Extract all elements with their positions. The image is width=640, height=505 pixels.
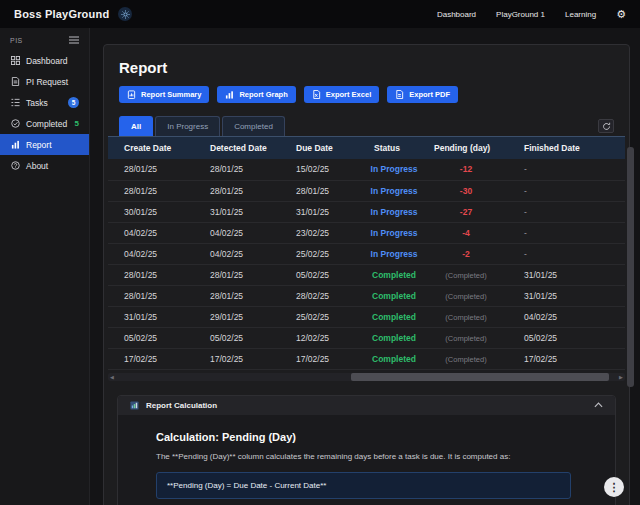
tab-in-progress[interactable]: In Progress [155, 116, 220, 136]
horizontal-scrollbar-thumb[interactable] [351, 373, 610, 381]
scroll-left-arrow[interactable]: ◀ [108, 373, 116, 381]
sidebar-badge: 5 [75, 119, 79, 128]
sidebar-item-about[interactable]: About [0, 155, 89, 176]
cell-detected-date: 28/01/25 [194, 180, 280, 201]
cell-finished-date: 17/02/25 [508, 348, 625, 369]
table-row: 17/02/2517/02/2517/02/25Completed(Comple… [108, 348, 625, 369]
cell-finished-date: - [508, 180, 625, 201]
sidebar-item-completed[interactable]: Completed5 [0, 113, 89, 134]
status-badge: In Progress [371, 228, 418, 238]
table-row: 28/01/2528/01/2515/02/25In Progress-12- [108, 159, 625, 180]
cell-status: Completed [364, 285, 424, 306]
cell-status: In Progress [364, 243, 424, 264]
cell-due-date: 28/01/25 [280, 180, 364, 201]
report-calculation-body: Calculation: Pending (Day) The **Pending… [118, 415, 615, 505]
export-pdf-button[interactable]: Export PDF [387, 86, 458, 103]
report-calculation-header[interactable]: Report Calculation [118, 396, 615, 415]
pdf-file-icon [395, 90, 404, 99]
cell-detected-date: 17/02/25 [194, 348, 280, 369]
status-badge: Completed [372, 270, 416, 280]
cell-due-date: 17/02/25 [280, 348, 364, 369]
cell-finished-date: 31/01/25 [508, 264, 625, 285]
cell-status: Completed [364, 306, 424, 327]
sidebar-menu: DashboardPI RequestTasks5Completed5Repor… [0, 50, 89, 176]
cell-create-date: 31/01/25 [108, 306, 194, 327]
cell-create-date: 28/01/25 [108, 159, 194, 180]
report-graph-button[interactable]: Report Graph [217, 86, 295, 103]
report-actions: Report SummaryReport GraphExport ExcelEx… [119, 86, 616, 103]
top-nav-link-learning[interactable]: Learning [565, 10, 596, 19]
table-row: 30/01/2531/01/2531/01/25In Progress-27- [108, 201, 625, 222]
cell-pending-days: -12 [424, 159, 508, 180]
pending-formula: **Pending (Day) = Due Date - Current Dat… [156, 472, 571, 499]
refresh-icon[interactable] [598, 119, 614, 133]
report-calc-icon [130, 401, 139, 410]
cell-detected-date: 31/01/25 [194, 201, 280, 222]
list-icon [10, 98, 20, 107]
cell-status: In Progress [364, 201, 424, 222]
pending-value: (Completed) [445, 313, 486, 322]
cell-pending-days: (Completed) [424, 348, 508, 369]
column-header-detected-date: Detected Date [194, 137, 280, 160]
top-nav-link-dashboard[interactable]: Dashboard [437, 10, 476, 19]
table-row: 31/01/2529/01/2525/02/25Completed(Comple… [108, 306, 625, 327]
cell-due-date: 23/02/25 [280, 222, 364, 243]
cell-detected-date: 05/02/25 [194, 327, 280, 348]
cell-due-date: 31/01/25 [280, 201, 364, 222]
calculation-paragraph-1: The **Pending (Day)** column calculates … [156, 451, 571, 463]
calculation-heading: Calculation: Pending (Day) [156, 431, 571, 443]
cell-status: In Progress [364, 222, 424, 243]
scroll-right-arrow[interactable]: ▶ [617, 373, 625, 381]
pending-value: -4 [462, 228, 470, 238]
table-row: 05/02/2505/02/2512/02/25Completed(Comple… [108, 327, 625, 348]
status-badge: In Progress [371, 186, 418, 196]
tab-all[interactable]: All [119, 116, 153, 136]
sidebar-item-tasks[interactable]: Tasks5 [0, 92, 89, 113]
tab-completed[interactable]: Completed [222, 116, 285, 136]
cell-due-date: 12/02/25 [280, 327, 364, 348]
top-nav-link-playground-1[interactable]: PlayGround 1 [496, 10, 545, 19]
vertical-scrollbar-thumb[interactable] [627, 147, 634, 387]
cell-pending-days: (Completed) [424, 264, 508, 285]
sidebar-item-pi-request[interactable]: PI Request [0, 71, 89, 92]
cell-due-date: 25/02/25 [280, 306, 364, 327]
status-badge: In Progress [371, 164, 418, 174]
table-row: 28/01/2528/01/2505/02/25Completed(Comple… [108, 264, 625, 285]
cell-status: In Progress [364, 159, 424, 180]
app-title: Boss PlayGround [14, 8, 109, 20]
cell-detected-date: 29/01/25 [194, 306, 280, 327]
sun-icon[interactable] [118, 7, 132, 21]
cell-create-date: 28/01/25 [108, 285, 194, 306]
sidebar-item-dashboard[interactable]: Dashboard [0, 50, 89, 71]
cell-pending-days: -4 [424, 222, 508, 243]
top-bar: Boss PlayGround DashboardPlayGround 1Lea… [0, 0, 640, 28]
status-badge: In Progress [371, 207, 418, 217]
sidebar-item-label: About [26, 161, 48, 171]
floating-menu-button[interactable]: ⋮ [604, 477, 624, 497]
hamburger-icon[interactable] [69, 36, 79, 44]
cell-status: Completed [364, 264, 424, 285]
report-card: Report Report SummaryReport GraphExport … [103, 44, 630, 505]
cell-finished-date: - [508, 243, 625, 264]
cell-create-date: 28/01/25 [108, 264, 194, 285]
horizontal-scrollbar[interactable]: ◀ ▶ [108, 373, 625, 381]
cell-create-date: 28/01/25 [108, 180, 194, 201]
cell-detected-date: 28/01/25 [194, 159, 280, 180]
status-badge: Completed [372, 312, 416, 322]
sidebar-item-report[interactable]: Report [0, 134, 89, 155]
cell-create-date: 05/02/25 [108, 327, 194, 348]
page-title: Report [119, 59, 616, 76]
sidebar-item-label: Tasks [26, 98, 48, 108]
table-row: 28/01/2528/01/2528/02/25Completed(Comple… [108, 285, 625, 306]
button-label: Report Graph [239, 90, 287, 99]
pending-value: -2 [462, 249, 470, 259]
cell-pending-days: (Completed) [424, 306, 508, 327]
chevron-up-icon[interactable] [594, 402, 603, 408]
report-summary-button[interactable]: Report Summary [119, 86, 209, 103]
gear-icon[interactable]: ⚙ [616, 9, 626, 20]
export-excel-button[interactable]: Export Excel [304, 86, 379, 103]
sidebar-item-label: PI Request [26, 77, 68, 87]
cell-finished-date: - [508, 201, 625, 222]
table-row: 04/02/2504/02/2523/02/25In Progress-4- [108, 222, 625, 243]
column-header-create-date: Create Date [108, 137, 194, 160]
